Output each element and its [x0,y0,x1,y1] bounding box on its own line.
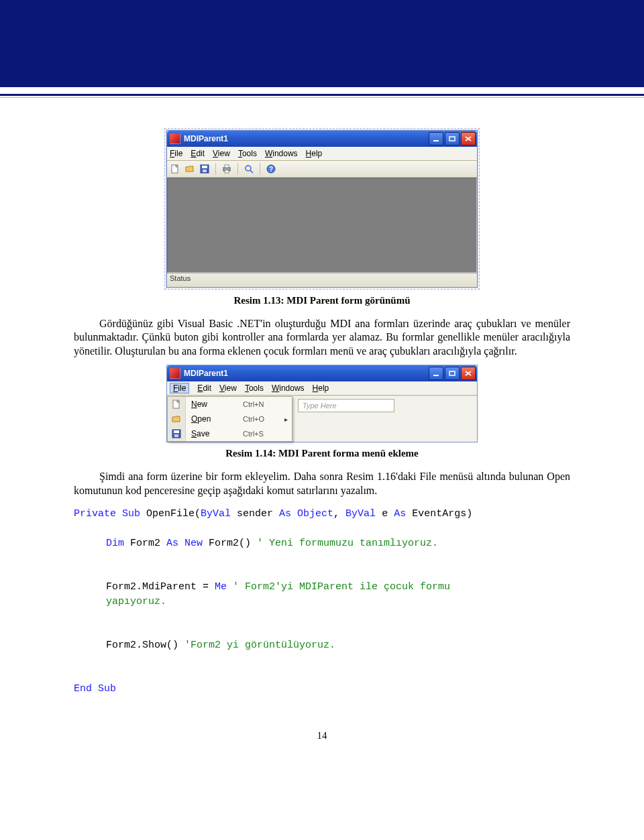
open-folder-icon [168,412,186,426]
figure-1-caption: Resim 1.13: MDI Parent form görünümü [74,295,570,306]
svg-rect-4 [202,166,207,168]
menu-tools[interactable]: Tools [238,149,257,158]
paragraph-1: Gördüğünüz gibi Visual Basic .NET'in olu… [74,317,570,358]
menu-item-shortcut: Ctrl+N [243,400,282,408]
menu-edit[interactable]: Edit [191,149,205,158]
svg-line-10 [250,170,253,173]
svg-rect-5 [203,170,207,172]
toolbar-separator [237,163,238,175]
dropdown-area: New Ctrl+N Open Ctrl+O ▸ Save [167,396,477,442]
file-dropdown[interactable]: New Ctrl+N Open Ctrl+O ▸ Save [167,396,292,442]
svg-rect-1 [449,137,455,141]
menu-windows[interactable]: Windows [265,149,298,158]
menu-help[interactable]: Help [306,149,323,158]
menu-bar[interactable]: File Edit View Tools Windows Help [167,381,477,396]
minimize-icon [433,136,439,141]
mdi-client-area [167,178,477,273]
type-here-placeholder[interactable]: Type Here [298,399,394,412]
code-line-3b: yapıyoruz. [74,595,570,609]
app-icon [170,133,180,144]
divider-dark [0,94,644,96]
save-icon[interactable] [199,164,210,174]
window-title: MDIParent1 [184,134,429,143]
figure-2-caption: Resim 1.14: MDI Parent forma menü ekleme [74,448,570,459]
close-button[interactable] [461,132,476,145]
svg-rect-13 [433,375,439,376]
menu-item-label: Save [186,429,243,438]
menu-item-label: New [186,400,243,409]
menu-item-label: Open [186,414,243,424]
window-title: MDIParent1 [184,369,429,378]
save-icon [168,426,186,441]
toolbar-separator [260,163,260,175]
svg-point-9 [246,166,251,171]
submenu-arrow-icon: ▸ [282,416,292,423]
close-button[interactable] [461,367,476,380]
code-block: Private Sub OpenFile(ByVal sender As Obj… [74,507,570,697]
menu-file[interactable]: File [170,149,182,158]
window-buttons [429,367,476,380]
svg-rect-17 [174,430,179,433]
code-line-1: Private Sub OpenFile(ByVal sender As Obj… [74,508,472,520]
title-bar[interactable]: MDIParent1 [167,365,477,381]
svg-text:?: ? [269,166,273,173]
menu-item-shortcut: Ctrl+S [243,430,282,438]
svg-rect-18 [174,434,178,437]
toolbar-separator [215,163,216,175]
menu-windows[interactable]: Windows [272,383,305,393]
menu-file[interactable]: File [170,383,189,394]
window-buttons [429,132,476,145]
menu-item-save[interactable]: Save Ctrl+S [168,426,292,441]
minimize-button[interactable] [429,367,443,380]
menu-item-new[interactable]: New Ctrl+N [168,397,292,412]
close-icon [465,136,472,141]
code-line-4: Form2.Show() 'Form2 yi görüntülüyoruz. [74,638,570,653]
figure-1: MDIParent1 File E [74,128,570,290]
menu-view[interactable]: View [213,149,230,158]
menu-item-shortcut: Ctrl+O [243,415,282,423]
header-band [0,0,644,87]
menu-item-open[interactable]: Open Ctrl+O ▸ [168,412,292,426]
title-bar[interactable]: MDIParent1 [167,131,477,147]
help-icon[interactable]: ? [266,164,276,174]
paragraph-2: Şimdi ana form üzerine bir form ekleyeli… [74,470,570,497]
code-line-2: Dim Form2 As New Form2() ' Yeni formumuz… [74,536,570,551]
maximize-icon [449,136,455,141]
minimize-button[interactable] [429,132,443,145]
menu-help[interactable]: Help [313,383,329,393]
app-icon [170,368,180,379]
svg-rect-14 [449,371,455,375]
mdi-window: MDIParent1 File E [166,130,478,288]
page-number: 14 [74,730,570,741]
maximize-button[interactable] [445,367,460,380]
close-icon [465,371,472,376]
status-text: Status [170,274,191,282]
mdi-window-menu-open: MDIParent1 File Edit View Tools Windows … [166,365,478,442]
code-line-3: Form2.MdiParent = Me ' Form2'yi MDIParen… [74,580,570,595]
minimize-icon [433,371,439,376]
figure-2: MDIParent1 File Edit View Tools Windows … [74,365,570,442]
maximize-icon [449,371,455,376]
print-icon[interactable] [221,164,232,174]
svg-rect-0 [433,140,439,141]
menu-view[interactable]: View [219,383,237,393]
svg-rect-8 [225,170,229,173]
toolbar[interactable]: ? [167,161,477,178]
menu-bar[interactable]: File Edit View Tools Windows Help [167,147,477,161]
open-folder-icon[interactable] [184,164,195,174]
code-line-5: End Sub [74,683,116,695]
menu-edit[interactable]: Edit [197,383,211,393]
content-area: MDIParent1 File E [0,98,644,768]
new-file-icon[interactable] [170,164,180,174]
new-file-icon [168,397,186,412]
status-bar: Status [167,273,477,287]
svg-rect-7 [225,165,229,168]
maximize-button[interactable] [445,132,460,145]
search-icon[interactable] [244,164,254,174]
design-selection-outline: MDIParent1 File E [164,128,480,290]
menu-tools[interactable]: Tools [245,383,264,393]
page: MDIParent1 File E [0,0,644,768]
